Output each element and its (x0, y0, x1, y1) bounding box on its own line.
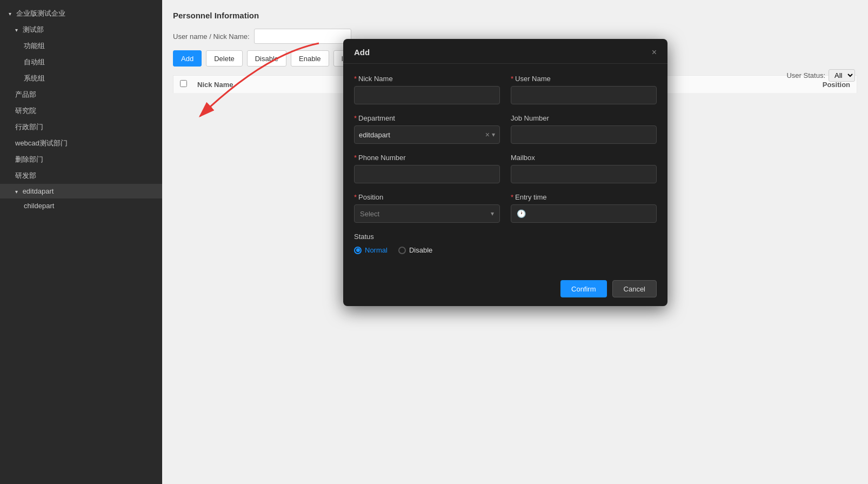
user-name-label: *User Name (511, 75, 657, 83)
add-button[interactable]: Add (173, 50, 202, 67)
table-col-check (180, 80, 197, 89)
form-row-1: *Nick Name *User Name (354, 75, 657, 104)
page-title: Personnel Information (173, 11, 857, 20)
sidebar-item-childepart[interactable]: childepart (0, 198, 162, 213)
status-disable-label: Disable (409, 246, 432, 254)
chevron-down-icon: ▾ (15, 27, 18, 33)
radio-circle-normal (354, 247, 362, 254)
form-group-job-number: Job Number (511, 114, 657, 144)
sidebar-item-test-dept[interactable]: ▾ 测试部 (0, 22, 162, 38)
sidebar-item-delete-dept[interactable]: 删除部门 (0, 151, 162, 168)
search-label: User name / Nick Name: (173, 32, 250, 41)
sidebar-item-editdapart[interactable]: ▾ editdapart (0, 184, 162, 198)
enable-button[interactable]: Enable (291, 50, 329, 67)
radio-dot-normal (356, 248, 360, 252)
sidebar-item-admin-dept[interactable]: 行政部门 (0, 119, 162, 135)
form-group-position: *Position Select ▾ (354, 193, 500, 223)
department-value: editdapart (359, 131, 485, 139)
form-group-entry-time: *Entry time 🕐 (511, 193, 657, 223)
table-select-all[interactable] (180, 80, 187, 87)
nick-name-label: *Nick Name (354, 75, 500, 83)
sidebar-item-func-group[interactable]: 功能组 (0, 38, 162, 54)
entry-time-input[interactable]: 🕐 (511, 204, 657, 223)
required-star-3: * (354, 114, 357, 122)
cancel-button[interactable]: Cancel (612, 280, 657, 297)
sidebar-item-auto-group[interactable]: 自动组 (0, 54, 162, 70)
sidebar-item-product-dept[interactable]: 产品部 (0, 87, 162, 103)
disable-button[interactable]: Disable (247, 50, 286, 67)
chevron-down-icon: ▾ (9, 11, 11, 17)
job-number-label: Job Number (511, 114, 657, 122)
add-modal: Add × *Nick Name *User Name *Depart (343, 39, 667, 306)
modal-close-button[interactable]: × (652, 48, 657, 57)
chevron-down-icon: ▾ (492, 131, 495, 138)
entry-time-label: *Entry time (511, 193, 657, 201)
phone-input[interactable] (354, 165, 500, 183)
status-filter: User Status: All (786, 69, 855, 82)
modal-title: Add (354, 48, 370, 57)
sidebar-item-research-inst[interactable]: 研究院 (0, 103, 162, 119)
sidebar-item-webcad-dept[interactable]: webcad测试部门 (0, 135, 162, 151)
modal-body: *Nick Name *User Name *Department editda… (343, 64, 667, 274)
status-radio-group: Normal Disable (354, 246, 657, 254)
sidebar-item-enterprise[interactable]: ▾ 企业版测试企业 (0, 5, 162, 22)
sidebar-item-sys-group[interactable]: 系统组 (0, 70, 162, 87)
user-name-input[interactable] (511, 86, 657, 104)
position-label: *Position (354, 193, 500, 201)
phone-label: *Phone Number (354, 154, 500, 162)
required-star-4: * (354, 154, 357, 162)
form-group-mailbox: Mailbox (511, 154, 657, 183)
form-row-4: *Position Select ▾ *Entry time 🕐 (354, 193, 657, 223)
nick-name-input[interactable] (354, 86, 500, 104)
status-normal-label: Normal (365, 246, 388, 254)
radio-circle-disable (398, 247, 406, 254)
search-input[interactable] (254, 29, 351, 44)
confirm-button[interactable]: Confirm (560, 280, 607, 297)
dept-clear-icon[interactable]: × (485, 130, 490, 139)
modal-footer: Confirm Cancel (343, 274, 667, 306)
required-star-5: * (354, 193, 357, 201)
status-filter-label: User Status: (786, 71, 825, 79)
form-row-2: *Department editdapart × ▾ Job Number (354, 114, 657, 144)
mailbox-input[interactable] (511, 165, 657, 183)
form-group-phone: *Phone Number (354, 154, 500, 183)
required-star-2: * (511, 75, 513, 83)
position-placeholder: Select (360, 210, 491, 218)
status-disable-radio[interactable]: Disable (398, 246, 432, 254)
form-group-department: *Department editdapart × ▾ (354, 114, 500, 144)
status-section: Status Normal Disable (354, 233, 657, 254)
form-group-username: *User Name (511, 75, 657, 104)
required-star: * (354, 75, 357, 83)
status-filter-select[interactable]: All (829, 69, 855, 82)
mailbox-label: Mailbox (511, 154, 657, 162)
chevron-down-icon: ▾ (15, 189, 18, 195)
required-star-6: * (511, 193, 513, 201)
delete-button[interactable]: Delete (206, 50, 243, 67)
sidebar: ▾ 企业版测试企业 ▾ 测试部 功能组 自动组 系统组 产品部 研究院 行政部门… (0, 0, 162, 484)
department-label: *Department (354, 114, 500, 122)
department-select[interactable]: editdapart × ▾ (354, 125, 500, 144)
clock-icon: 🕐 (517, 209, 526, 218)
modal-header: Add × (343, 39, 667, 64)
form-row-3: *Phone Number Mailbox (354, 154, 657, 183)
sidebar-item-rd-dept[interactable]: 研发部 (0, 168, 162, 184)
status-normal-radio[interactable]: Normal (354, 246, 388, 254)
chevron-down-icon-2: ▾ (491, 210, 494, 217)
status-label: Status (354, 233, 657, 241)
job-number-input[interactable] (511, 125, 657, 144)
form-group-nickname: *Nick Name (354, 75, 500, 104)
position-select[interactable]: Select ▾ (354, 204, 500, 223)
